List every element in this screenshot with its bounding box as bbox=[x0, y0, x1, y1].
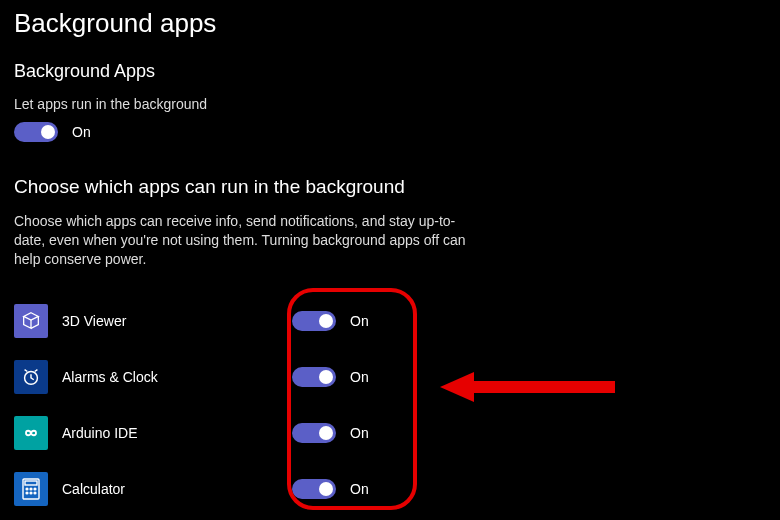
app-name: Calculator bbox=[62, 481, 292, 497]
svg-point-8 bbox=[34, 492, 36, 494]
calculator-icon bbox=[14, 472, 48, 506]
toggle-alarms-clock[interactable] bbox=[292, 367, 336, 387]
infinity-icon bbox=[14, 416, 48, 450]
toggle-state: On bbox=[350, 425, 369, 441]
app-row-calculator: Calculator On bbox=[14, 461, 766, 517]
svg-point-7 bbox=[30, 492, 32, 494]
toggle-arduino-ide[interactable] bbox=[292, 423, 336, 443]
section-title-choose-apps: Choose which apps can run in the backgro… bbox=[14, 176, 766, 198]
cube-icon bbox=[14, 304, 48, 338]
app-name: 3D Viewer bbox=[62, 313, 292, 329]
app-name: Arduino IDE bbox=[62, 425, 292, 441]
clock-icon bbox=[14, 360, 48, 394]
svg-point-3 bbox=[26, 488, 28, 490]
toggle-state: On bbox=[350, 369, 369, 385]
app-row-alarms-clock: Alarms & Clock On bbox=[14, 349, 766, 405]
app-row-arduino-ide: Arduino IDE On bbox=[14, 405, 766, 461]
choose-apps-description: Choose which apps can receive info, send… bbox=[14, 212, 474, 269]
toggle-state: On bbox=[350, 481, 369, 497]
app-list: 3D Viewer On Alarms & Clock On Arduino I… bbox=[14, 293, 766, 517]
svg-point-6 bbox=[26, 492, 28, 494]
toggle-3d-viewer[interactable] bbox=[292, 311, 336, 331]
svg-point-4 bbox=[30, 488, 32, 490]
app-row-3d-viewer: 3D Viewer On bbox=[14, 293, 766, 349]
master-toggle-state: On bbox=[72, 124, 91, 140]
master-toggle-label: Let apps run in the background bbox=[14, 96, 766, 112]
master-toggle[interactable] bbox=[14, 122, 58, 142]
page-title: Background apps bbox=[14, 8, 766, 39]
section-title-background-apps: Background Apps bbox=[14, 61, 766, 82]
app-name: Alarms & Clock bbox=[62, 369, 292, 385]
svg-rect-2 bbox=[25, 481, 37, 485]
toggle-state: On bbox=[350, 313, 369, 329]
toggle-calculator[interactable] bbox=[292, 479, 336, 499]
svg-point-5 bbox=[34, 488, 36, 490]
